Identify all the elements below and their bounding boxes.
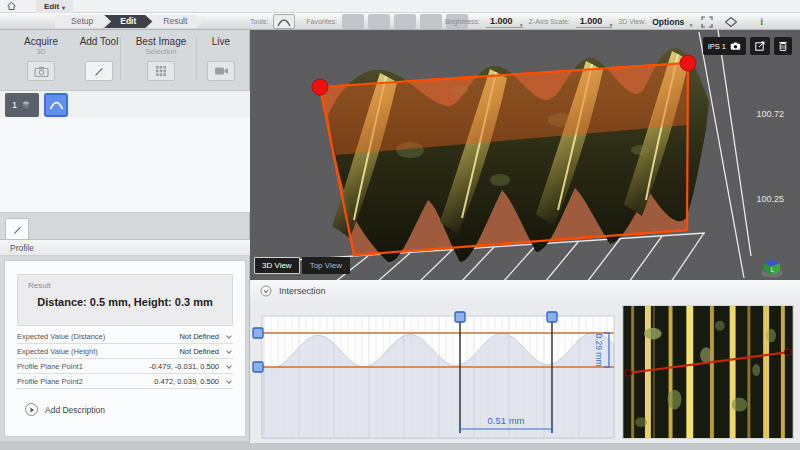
acquire-subtitle: 3D — [8, 47, 74, 56]
row-label: Profile Plane Point2 — [17, 377, 154, 386]
z-axis-tick-lower: 100.25 — [756, 194, 784, 204]
row-value: -0.479, -0.031, 0.500 — [149, 362, 219, 371]
workflow-step-setup[interactable]: Setup — [55, 15, 109, 28]
chevron-down-icon[interactable] — [226, 363, 232, 369]
best-image-title: Best Image — [124, 36, 198, 47]
result-value: Distance: 0.5 mm, Height: 0.3 mm — [18, 296, 232, 308]
3d-viewport[interactable]: IPS 1 — [250, 30, 800, 280]
edit-profile-tab[interactable] — [5, 218, 29, 239]
plane-endpoint-handle-left[interactable] — [312, 79, 328, 95]
acquire-3d-button[interactable] — [27, 61, 55, 81]
pencil-icon — [93, 65, 105, 77]
favorite-slot[interactable] — [342, 14, 364, 29]
row-value: 0.472, 0.039, 0.500 — [154, 377, 219, 386]
best-image-group: Best Image Selection — [124, 36, 198, 81]
z-axis-scale-value: 1.000 — [580, 16, 603, 26]
view-button-top-view[interactable]: Top View — [302, 257, 350, 274]
add-description-button[interactable]: Add Description — [25, 403, 245, 416]
collapse-circle-icon — [260, 285, 272, 297]
brightness-field[interactable]: 1.000 ▾ — [486, 16, 523, 28]
add-tool-button[interactable] — [85, 61, 113, 81]
workflow-breadcrumb: SetupEditResult — [55, 15, 203, 28]
add-description-label: Add Description — [45, 405, 105, 415]
profile-card: Result Distance: 0.5 mm, Height: 0.3 mm … — [4, 260, 246, 437]
live-title: Live — [198, 36, 244, 47]
live-button[interactable] — [207, 61, 235, 81]
height-value-label: 0.29 mm — [594, 333, 604, 366]
orientation-gizmo[interactable]: L — [758, 255, 786, 279]
row-label: Expected Value (Height) — [17, 347, 179, 356]
cursor-handle-right[interactable] — [547, 312, 557, 322]
live-group: Live — [198, 36, 244, 81]
distance-value-label: 0.51 mm — [488, 415, 525, 426]
chevron-down-icon: ▾ — [610, 22, 613, 28]
profile-row-2[interactable]: Profile Plane Point1-0.479, -0.031, 0.50… — [17, 359, 233, 374]
add-tool-group: Add Tool — [74, 36, 124, 81]
layers-icon — [20, 99, 32, 110]
level-handle-lower[interactable] — [253, 362, 263, 372]
favorite-slot[interactable] — [420, 14, 442, 29]
profile-curve-icon — [49, 99, 64, 110]
profile-row-0[interactable]: Expected Value (Distance)Not Defined — [17, 329, 233, 344]
row-value: Not Defined — [179, 347, 219, 356]
menubar: Edit ▾ — [0, 0, 800, 13]
favorite-slot[interactable] — [368, 14, 390, 29]
z-axis-scale-field[interactable]: 1.000 ▾ — [576, 16, 613, 28]
cursor-handle-left[interactable] — [455, 312, 465, 322]
profile-row-1[interactable]: Expected Value (Height)Not Defined — [17, 344, 233, 359]
view-controls: Brightness: 1.000 ▾ Z-Axis Scale: 1.000 … — [445, 14, 763, 29]
rotate-3d-button[interactable] — [722, 14, 740, 29]
workflow-step-result[interactable]: Result — [147, 15, 203, 28]
row-value: Not Defined — [179, 332, 219, 341]
chevron-down-icon[interactable] — [226, 333, 232, 339]
profile-parameter-rows: Expected Value (Distance)Not DefinedExpe… — [17, 329, 233, 389]
chevron-down-icon[interactable] — [226, 348, 232, 354]
toolbar: SetupEditResult Tools: Favorites: Bright… — [0, 13, 800, 30]
workflow-step-edit[interactable]: Edit — [104, 15, 152, 28]
best-image-selection-button[interactable] — [147, 61, 175, 81]
application-window: Edit ▾ SetupEditResult Tools: Favorites:… — [0, 0, 800, 450]
fit-frame-icon — [701, 16, 713, 28]
delete-button[interactable] — [774, 37, 792, 55]
chevron-down-icon[interactable] — [226, 378, 232, 384]
plane-endpoint-handle-right[interactable] — [680, 55, 696, 71]
acquire-title: Acquire — [8, 36, 74, 47]
3d-view-options-value: Options — [652, 17, 684, 27]
3d-scene — [250, 30, 800, 280]
camera-icon — [34, 66, 49, 77]
z-axis-tick-upper: 100.72 — [756, 109, 784, 119]
fit-view-button[interactable] — [698, 14, 716, 29]
result-label: Result — [18, 275, 232, 290]
profile-panel: Profile Result Distance: 0.5 mm, Height:… — [0, 240, 250, 441]
export-annotate-button[interactable] — [750, 37, 770, 55]
favorite-slot[interactable] — [394, 14, 416, 29]
chevron-down-icon: ▾ — [690, 22, 693, 28]
home-button[interactable] — [0, 0, 22, 12]
tool-list-body[interactable] — [0, 118, 250, 213]
rotate-3d-icon — [724, 16, 738, 28]
intersection-header[interactable]: Intersection — [250, 281, 800, 301]
tools-cluster: Tools: Favorites: — [250, 14, 468, 29]
profile-tool-button[interactable] — [273, 14, 295, 29]
z-axis-scale-label: Z-Axis Scale: — [529, 18, 570, 25]
edit-menu-tab[interactable]: Edit ▾ — [36, 0, 73, 13]
ips-snapshot-button[interactable]: IPS 1 — [703, 37, 746, 55]
expand-circle-icon — [25, 403, 38, 416]
chevron-down-icon: ▾ — [62, 4, 65, 11]
dataset-item-1[interactable]: 1 — [5, 93, 39, 117]
trash-icon — [779, 41, 787, 51]
brightness-label: Brightness: — [445, 18, 480, 25]
view-mode-toggle: 3D ViewTop View — [254, 257, 350, 274]
profile-row-3[interactable]: Profile Plane Point20.472, 0.039, 0.500 — [17, 374, 233, 389]
gizmo-label: L — [770, 266, 774, 273]
3d-view-options-dropdown[interactable]: Options ▾ — [652, 17, 692, 27]
intersection-profile-plot[interactable]: 0.51 mm0.29 mm — [250, 301, 630, 444]
chevron-down-icon: ▾ — [520, 22, 523, 28]
profile-panel-title: Profile — [0, 240, 250, 256]
info-icon[interactable]: i — [760, 16, 763, 27]
level-handle-upper[interactable] — [253, 328, 263, 338]
view-button-3d-view[interactable]: 3D View — [254, 257, 300, 274]
result-thumbnails-strip: 1 — [0, 90, 250, 118]
profile-tool-item-selected[interactable] — [44, 93, 68, 117]
ips-label: IPS 1 — [708, 42, 726, 51]
